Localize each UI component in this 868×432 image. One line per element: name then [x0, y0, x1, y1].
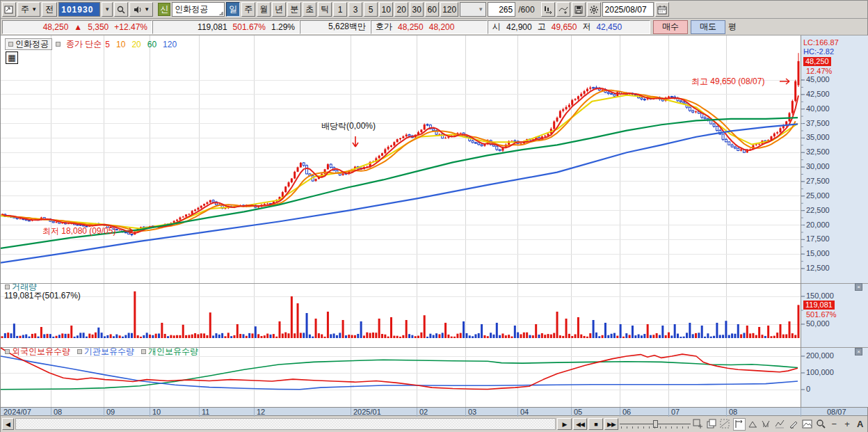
copy-window-icon[interactable] [706, 418, 718, 431]
axis-tick-label: 12,500 [806, 264, 830, 272]
play-button[interactable]: ▶ [557, 418, 572, 430]
date-tick-label: 06 [622, 408, 631, 416]
crosshair-tool-icon[interactable] [733, 418, 746, 431]
bar-total-label: /600 [517, 5, 536, 15]
date-tick-label: 07 [671, 408, 680, 416]
stop-button[interactable]: ■ [588, 418, 603, 430]
period-button[interactable]: 틱 [318, 2, 332, 17]
grid-toggle-icon[interactable]: ▦ [6, 51, 18, 64]
legend-marker-icon [56, 42, 61, 47]
axis-tick-label: 100,000 [806, 368, 834, 376]
calendar-icon[interactable] [655, 2, 669, 17]
stock-name-field[interactable]: 인화정공 [172, 2, 225, 17]
holdings-legend-item[interactable]: 기관보유수량 [77, 346, 134, 358]
legend-marker-icon [8, 42, 13, 47]
svg-text:배당락(0,00%): 배당락(0,00%) [321, 121, 376, 131]
price-change: 5,350 [88, 22, 108, 32]
ma-legend-item[interactable]: 20 [131, 40, 140, 49]
period-button[interactable]: 년 [272, 2, 286, 17]
price-change-pct: +12.47% [114, 22, 147, 32]
period-button[interactable]: 분 [287, 2, 301, 17]
ma-legend-item[interactable]: 5 [105, 40, 110, 49]
add-trendline-icon[interactable] [556, 2, 570, 17]
ma-legend-item[interactable]: 60 [147, 40, 156, 49]
minute-button[interactable]: 1 [333, 2, 347, 17]
resize-grip-icon [219, 11, 223, 15]
period-button[interactable]: 월 [257, 2, 271, 17]
volume-ratio: 501.67% [233, 22, 266, 32]
chart-window: 주 ▼ 전 101930 ▼ ▼ 신 인화정공 일주월년분초틱 13510203… [0, 0, 868, 432]
ma-legend-item[interactable]: 120 [163, 40, 177, 49]
minute-button[interactable]: 3 [348, 2, 362, 17]
wave-tool-icon[interactable] [774, 418, 787, 431]
rewind-button[interactable]: ◀◀ [573, 418, 588, 430]
add-window-icon[interactable] [692, 418, 705, 431]
settings-gear-icon[interactable] [587, 2, 601, 17]
axis-tick-label: 200,000 [806, 351, 834, 360]
minute-button[interactable]: 120 [440, 2, 458, 17]
minute-button[interactable]: 20 [394, 2, 408, 17]
period-buttons: 일주월년분초틱 [226, 2, 332, 17]
close-pane-icon[interactable]: × [855, 283, 862, 291]
stock-code-input[interactable]: 101930 [58, 2, 100, 17]
period-button[interactable]: 주 [241, 2, 255, 17]
axis-tick-label: 32,500 [806, 147, 830, 156]
period-button[interactable]: 초 [303, 2, 316, 17]
pop-out-icon[interactable] [2, 2, 16, 17]
date-input[interactable]: 2025/08/07 [602, 2, 654, 17]
font-size-button[interactable]: A [854, 419, 866, 429]
date-tick-label: 11 [202, 408, 209, 416]
holdings-legend-item[interactable]: 개인보유수량 [141, 346, 198, 358]
add-indicator-icon[interactable] [541, 2, 555, 17]
minute-button[interactable]: 30 [410, 2, 424, 17]
price-cell: 48,250 ▲ 5,350 +12.47% [2, 20, 152, 34]
close-pane-icon[interactable]: × [855, 348, 862, 355]
date-tick-label: 12 [257, 408, 265, 416]
chart-image-icon[interactable] [801, 418, 814, 431]
bar-count-input[interactable]: 265 [488, 2, 515, 17]
sound-icon[interactable]: ▼ [129, 2, 153, 17]
date-tick-label: 2024/07 [3, 408, 31, 416]
pen-tool-icon[interactable] [787, 418, 800, 431]
period-button[interactable]: 일 [226, 2, 240, 17]
interval-combo[interactable]: ▼ [460, 2, 486, 17]
zoom-in-button[interactable]: + [842, 419, 853, 429]
scroll-left-icon[interactable]: ◀ [2, 418, 14, 430]
trend-down-tool-icon[interactable] [760, 418, 773, 431]
axis-tick-label: 22,500 [806, 206, 830, 214]
legend-marker-icon [5, 349, 10, 354]
search-icon[interactable] [114, 2, 128, 17]
pattern-select-icon[interactable] [719, 418, 732, 431]
value-cell: 5,628백만 [300, 20, 371, 34]
minute-buttons: 13510203060120 [333, 2, 458, 17]
forward-button[interactable]: ▶▶ [604, 418, 619, 430]
date-tick-label: 05 [574, 408, 582, 416]
ask-price: 48,250 [398, 22, 424, 32]
ma-legend-item[interactable]: 10 [116, 40, 125, 49]
code-dropdown-icon[interactable]: ▼ [102, 2, 113, 17]
save-icon[interactable] [572, 2, 586, 17]
chart-scrollbar[interactable] [15, 418, 556, 430]
axis-tick-label: 37,500 [806, 119, 830, 127]
zoom-slider[interactable] [620, 418, 691, 430]
minute-button[interactable]: 10 [379, 2, 393, 17]
axis-tick-label: 42,500 [806, 90, 830, 98]
magnifier-icon[interactable] [814, 418, 827, 431]
minute-button[interactable]: 5 [364, 2, 378, 17]
holdings-legend-item[interactable]: 외국인보유수량 [5, 346, 70, 358]
minute-button[interactable]: 60 [425, 2, 439, 17]
volume-pane-subtitle: 119,081주(501.67%) [4, 290, 81, 302]
date-tick-label: 04 [520, 408, 529, 416]
date-axis: 2024/0708091011122025/010203040506070808… [1, 407, 867, 416]
date-tick-label: 10 [152, 408, 161, 416]
prev-stock-button[interactable]: 전 [42, 2, 57, 17]
axis-value-badge: 119,081 [803, 301, 835, 310]
stock-type-combo[interactable]: 주 ▼ [17, 2, 40, 17]
legend-stock-name[interactable]: 인화정공 [5, 38, 52, 50]
axis-tick-label: 50,000 [806, 319, 830, 328]
axis-tick-label: 45,000 [806, 75, 830, 83]
sell-button[interactable]: 매도 [691, 20, 725, 34]
buy-button[interactable]: 매수 [653, 20, 688, 34]
trend-up-tool-icon[interactable] [747, 418, 760, 431]
zoom-out-button[interactable]: − [828, 419, 840, 429]
